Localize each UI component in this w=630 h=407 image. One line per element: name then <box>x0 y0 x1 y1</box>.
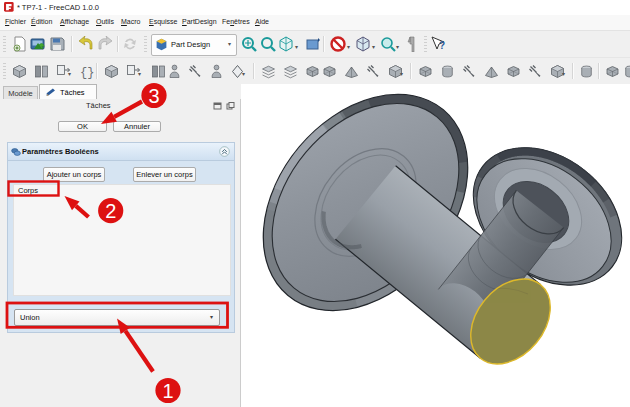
svg-text:{}: {} <box>80 66 94 80</box>
svg-text:?: ? <box>439 40 445 51</box>
